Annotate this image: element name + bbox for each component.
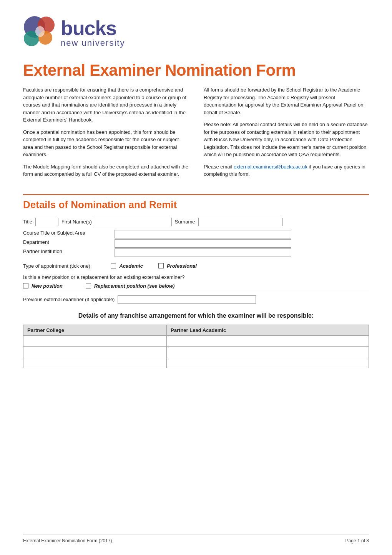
franchise-table: Partner College Partner Lead Academic (23, 325, 369, 368)
new-position-option: New position (23, 283, 63, 289)
academic-checkbox[interactable] (111, 263, 116, 268)
replacement-label: Replacement position (see below) (94, 283, 175, 289)
new-position-question: Is this a new position or a replacement … (23, 274, 369, 280)
prev-examiner-input[interactable] (118, 295, 256, 304)
partner-lead-cell-2 (167, 347, 369, 357)
email-prefix: Please email (204, 164, 234, 170)
appointment-label: Type of appointment (tick one): (23, 263, 91, 269)
intro-right-p2: Please note: All personal contact detail… (204, 121, 369, 158)
new-position-label: New position (32, 283, 63, 289)
intro-col-left: Faculties are responsible for ensuring t… (23, 86, 188, 183)
logo-area: bucks new university (23, 15, 369, 50)
franchise-table-header-row: Partner College Partner Lead Academic (23, 325, 369, 336)
email-link[interactable]: external.examiners@bucks.ac.uk (234, 164, 307, 170)
partner-lead-cell-3 (167, 357, 369, 368)
intro-columns: Faculties are responsible for ensuring t… (23, 86, 369, 183)
section-title: Details of Nomination and Remit (23, 199, 369, 211)
section-divider (23, 194, 369, 195)
partner-lead-cell-1 (167, 336, 369, 347)
partner-college-cell-3 (23, 357, 167, 368)
department-input[interactable] (115, 239, 291, 248)
intro-left-p2: Once a potential nomination has been app… (23, 128, 188, 158)
academic-label: Academic (119, 263, 143, 269)
surname-label: Surname (175, 219, 195, 225)
firstname-input[interactable] (95, 218, 172, 226)
position-type-row: New position Replacement position (see b… (23, 283, 369, 289)
replacement-checkbox[interactable] (86, 283, 91, 288)
name-fields-section: Title First Name(s) Surname Course Title… (23, 218, 369, 257)
divider-line (23, 292, 369, 292)
partner-institution-label: Partner Institution (23, 248, 111, 254)
logo-text-area: bucks new university (61, 18, 125, 47)
intro-left-p3: The Module Mapping form should also be c… (23, 163, 188, 178)
professional-label: Professional (167, 263, 197, 269)
svg-point-4 (35, 26, 45, 37)
table-row (23, 336, 369, 347)
page: bucks new university External Examiner N… (0, 0, 392, 555)
intro-col-right: All forms should be forwarded by the Sch… (204, 86, 369, 183)
intro-right-p3: Please email external.examiners@bucks.ac… (204, 163, 369, 178)
intro-right-p1: All forms should be forwarded by the Sch… (204, 86, 369, 116)
prev-examiner-row: Previous external examiner (if applicabl… (23, 295, 369, 304)
surname-input[interactable] (198, 218, 283, 226)
logo-new-university-text: new university (61, 39, 125, 47)
new-position-checkbox[interactable] (23, 283, 28, 288)
page-footer: External Examiner Nomination Form (2017)… (23, 535, 369, 543)
department-row: Department (23, 239, 369, 248)
footer-right: Page 1 of 8 (345, 538, 369, 543)
academic-option: Academic (111, 263, 143, 269)
franchise-heading: Details of any franchise arrangement for… (23, 312, 369, 320)
department-label: Department (23, 239, 111, 245)
prev-examiner-label: Previous external examiner (if applicabl… (23, 297, 115, 302)
title-input[interactable] (35, 218, 58, 226)
professional-checkbox[interactable] (158, 263, 164, 268)
bucks-logo-icon (23, 15, 58, 50)
partner-college-cell-2 (23, 347, 167, 357)
partner-college-cell-1 (23, 336, 167, 347)
logo-container: bucks new university (23, 15, 369, 50)
professional-option: Professional (158, 263, 197, 269)
course-title-input[interactable] (115, 230, 291, 238)
course-title-row: Course Title or Subject Area (23, 230, 369, 238)
table-row (23, 357, 369, 368)
title-label: Title (23, 219, 32, 225)
partner-lead-header: Partner Lead Academic (167, 325, 369, 336)
appointment-row: Type of appointment (tick one): Academic… (23, 263, 369, 269)
intro-left-p1: Faculties are responsible for ensuring t… (23, 86, 188, 124)
firstname-label: First Name(s) (61, 219, 92, 225)
partner-institution-row: Partner Institution (23, 248, 369, 257)
logo-bucks-text: bucks (61, 18, 125, 38)
partner-college-header: Partner College (23, 325, 167, 336)
replacement-option: Replacement position (see below) (86, 283, 175, 289)
name-row: Title First Name(s) Surname (23, 218, 369, 226)
main-title: External Examiner Nomination Form (23, 62, 369, 79)
table-row (23, 347, 369, 357)
course-title-label: Course Title or Subject Area (23, 230, 111, 236)
footer-left: External Examiner Nomination Form (2017) (23, 538, 112, 543)
partner-institution-input[interactable] (115, 248, 291, 257)
